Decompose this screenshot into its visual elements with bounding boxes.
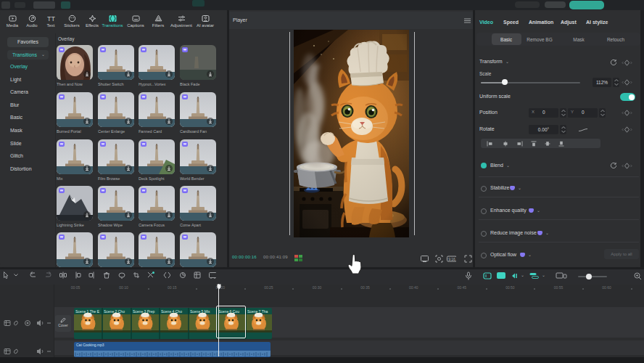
svg-text:9:16: 9:16 — [448, 257, 455, 261]
svg-text:TT: TT — [47, 15, 55, 23]
